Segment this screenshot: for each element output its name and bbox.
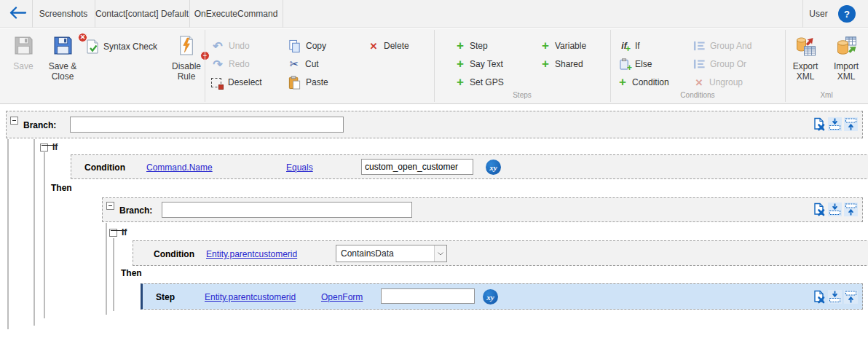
tree-connector-line [113,238,114,311]
plus-icon: + [540,41,551,51]
condition-label: Condition [84,162,125,173]
copy-icon [288,39,301,53]
branch-name-input[interactable] [70,117,344,133]
collapse-icon[interactable] [40,144,48,152]
if-node[interactable]: If [40,142,58,152]
add-step-button[interactable]: + Step [455,38,488,54]
tree-connector-line [106,223,107,315]
formula-xy-button[interactable]: xy [486,160,501,175]
delete-button[interactable]: ✕ Delete [368,38,409,54]
group-separator [205,30,205,102]
deselect-icon [211,78,221,87]
branch-row-nested[interactable]: Branch: [102,197,863,222]
group-and-button: Group And [693,38,751,54]
branch-name-input[interactable] [162,202,412,218]
add-if-button[interactable]: if+ If [618,38,640,54]
delete-document-icon [812,290,826,304]
help-button[interactable]: ? [838,5,856,23]
divider [283,0,283,28]
top-navigation-bar: Screenshots Contact[contact] Default OnE… [0,0,868,28]
row-action-icons [812,117,858,131]
tree-connector-line [44,152,45,318]
condition-field-link[interactable]: Entity.parentcustomerid [206,249,297,259]
deselect-button[interactable]: Deselect [211,74,262,90]
condition-operator-link[interactable]: Equals [286,162,313,173]
help-icon: ? [844,9,850,20]
delete-row-button[interactable] [812,290,826,304]
add-shared-button[interactable]: + Shared [540,56,583,72]
branch-row-root[interactable]: Branch: [6,111,863,138]
add-row-below-button[interactable] [828,117,842,131]
add-else-button[interactable]: + Else [618,56,652,72]
add-row-below-button[interactable] [828,290,842,304]
add-row-above-button[interactable] [844,203,858,216]
add-say-text-button[interactable]: + Say Text [455,56,503,72]
operator-dropdown[interactable]: ContainsData [336,245,447,262]
step-action-link[interactable]: OpenForm [321,292,363,302]
page-check-icon [86,39,99,54]
cut-button[interactable]: ✂ Cut [288,56,319,72]
undo-button: ↶ Undo [211,38,250,54]
ungroup-button: ✕ Ungroup [693,74,743,90]
redo-button: ↷ Redo [211,56,250,72]
copy-button[interactable]: Copy [288,38,326,54]
delete-row-button[interactable] [812,203,826,216]
then-label: Then [121,268,142,278]
tab-screenshots[interactable]: Screenshots [32,0,95,28]
tab-label: Screenshots [39,9,88,19]
clipboard-paste-icon [288,76,301,90]
back-button[interactable] [7,7,29,21]
insert-row-above-icon [844,203,858,216]
group-lines-icon [693,59,706,69]
save-button: Save [3,36,44,71]
add-variable-button[interactable]: + Variable [540,38,586,54]
dropdown-value: ContainsData [336,248,434,259]
insert-row-below-icon [828,117,842,131]
plus-icon: + [455,41,465,51]
collapse-icon[interactable] [109,229,117,237]
collapse-icon[interactable] [10,117,18,125]
if-label: If [52,142,58,152]
tab-onexecutecommand[interactable]: OnExecuteCommand [189,0,283,28]
save-and-close-button[interactable]: ✕ Save & Close [42,36,83,82]
import-xml-button[interactable]: Import XML [827,36,865,82]
step-label: Step [156,292,175,302]
user-menu[interactable]: User [802,0,835,28]
plus-icon: + [455,77,465,87]
step-row-selected[interactable]: Step Entity.parentcustomerid OpenForm xy [141,283,863,310]
step-field-link[interactable]: Entity.parentcustomerid [205,292,296,302]
condition-field-link[interactable]: Command.Name [146,162,213,173]
add-set-gps-button[interactable]: + Set GPS [455,74,504,90]
else-clipboard-plus-icon: + [618,58,631,70]
delete-row-button[interactable] [812,117,826,131]
collapse-icon[interactable] [106,202,114,210]
insert-row-above-icon [844,117,858,131]
group-label-steps: Steps [434,91,610,99]
chevron-down-icon [434,245,446,262]
branch-label: Branch: [23,120,56,130]
paste-button[interactable]: Paste [288,74,328,90]
add-condition-button[interactable]: + Condition [618,74,669,90]
add-row-below-button[interactable] [828,203,842,216]
condition-label: Condition [154,249,194,259]
step-value-input[interactable] [381,288,475,304]
plus-icon: + [540,59,551,69]
add-row-above-button[interactable] [844,117,858,131]
syntax-check-button[interactable]: Syntax Check [86,39,157,55]
tab-contact-default[interactable]: Contact[contact] Default [95,0,189,28]
add-row-above-button[interactable] [844,290,858,304]
import-xml-icon [835,36,858,58]
disable-rule-button[interactable]: − Disable Rule [166,36,207,82]
condition-row-1[interactable]: Condition Command.Name Equals xy [71,154,868,179]
condition-row-2[interactable]: Condition Entity.parentcustomerid Contai… [133,240,868,266]
delete-document-icon [812,117,826,131]
formula-xy-button[interactable]: xy [483,289,498,304]
export-xml-button[interactable]: Export XML [786,36,824,82]
redo-icon: ↷ [211,58,224,71]
if-node[interactable]: If [109,227,127,237]
group-lines-icon [693,41,706,51]
condition-value-input[interactable] [361,159,473,175]
plus-icon: + [455,59,465,69]
tree-connector-line [33,139,35,326]
undo-icon: ↶ [211,39,224,53]
